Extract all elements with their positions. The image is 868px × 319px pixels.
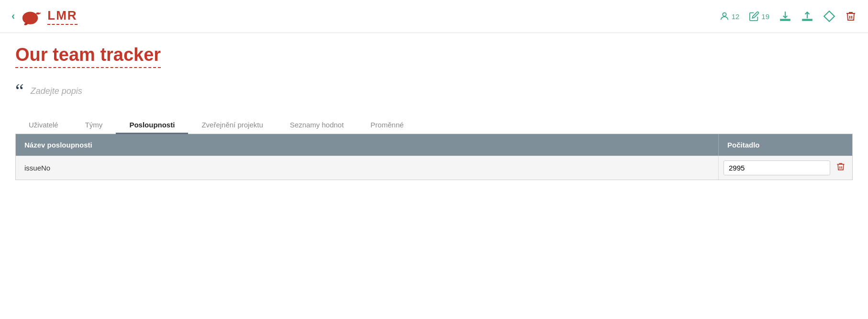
tab-posloupnosti[interactable]: Posloupnosti <box>116 116 188 134</box>
navbar: ‹ LMR 12 19 <box>0 0 868 33</box>
users-count-group[interactable]: 12 <box>719 11 740 22</box>
sequences-table: Název posloupnosti Počitadlo issueNo <box>15 134 853 180</box>
page-title: Our team tracker <box>15 45 161 68</box>
sequence-name: issueNo <box>16 159 718 177</box>
table-header: Název posloupnosti Počitadlo <box>16 134 852 156</box>
tab-promenne[interactable]: Proměnné <box>357 116 417 134</box>
download-in-icon[interactable] <box>779 10 791 23</box>
kiwi-logo <box>20 6 41 27</box>
svg-marker-7 <box>824 11 835 22</box>
upload-icon[interactable] <box>801 10 813 23</box>
edits-count-group[interactable]: 19 <box>749 11 769 22</box>
table-row: issueNo <box>16 156 852 180</box>
tab-zverejneni[interactable]: Zveřejnění projektu <box>188 116 276 134</box>
counter-cell <box>718 156 852 180</box>
description-area: “ Zadejte popis <box>15 81 853 101</box>
svg-point-6 <box>723 13 726 16</box>
tabs: Uživatelé Týmy Posloupnosti Zveřejnění p… <box>15 116 853 134</box>
navbar-right: 12 19 <box>719 10 857 23</box>
page-content: Our team tracker “ Zadejte popis Uživate… <box>0 33 868 192</box>
col-header-counter: Počitadlo <box>718 134 852 156</box>
users-count: 12 <box>732 12 740 21</box>
quote-icon: “ <box>15 81 24 101</box>
back-button[interactable]: ‹ <box>11 10 15 23</box>
eraser-icon[interactable] <box>823 10 835 23</box>
description-placeholder[interactable]: Zadejte popis <box>31 86 82 96</box>
trash-row-icon <box>836 162 846 171</box>
user-icon <box>719 11 730 22</box>
counter-input[interactable] <box>723 160 830 175</box>
col-header-name: Název posloupnosti <box>16 134 718 156</box>
trash-icon[interactable] <box>845 11 857 22</box>
navbar-left: ‹ LMR <box>11 6 78 27</box>
app-title: LMR <box>47 8 77 25</box>
edit-icon <box>749 11 759 22</box>
delete-row-button[interactable] <box>834 160 847 176</box>
tab-seznamy[interactable]: Seznamy hodnot <box>277 116 357 134</box>
svg-point-4 <box>35 12 36 13</box>
tab-uzivatele[interactable]: Uživatelé <box>15 116 72 134</box>
svg-point-0 <box>22 11 38 24</box>
tab-tymy[interactable]: Týmy <box>72 116 116 134</box>
edits-count: 19 <box>761 12 769 21</box>
